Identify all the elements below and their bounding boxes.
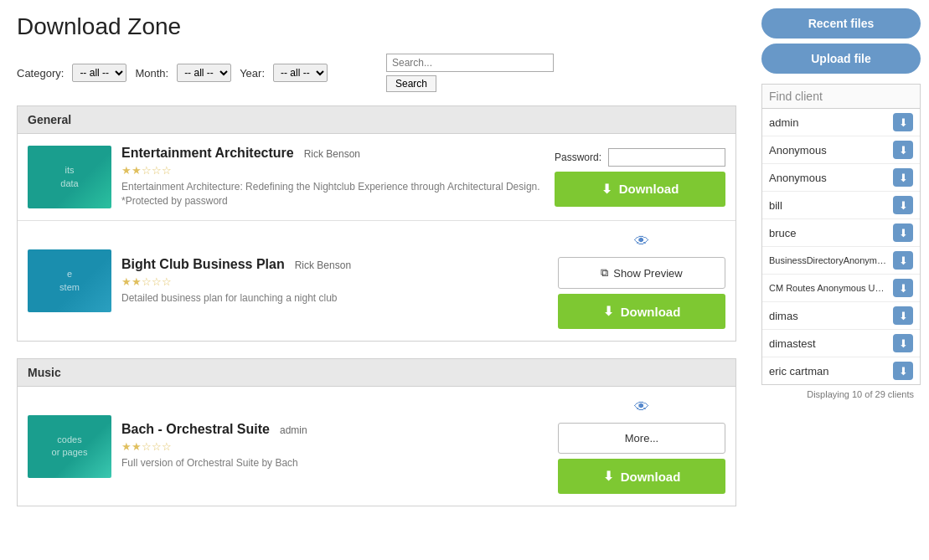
client-list: admin ⬇ Anonymous ⬇ Anonymous ⬇ bill ⬇ b…: [761, 109, 921, 385]
client-item: bruce ⬇: [762, 219, 920, 247]
client-name: Anonymous: [769, 172, 827, 184]
sidebar: Recent files Upload file Find client adm…: [753, 0, 929, 560]
file-author: Rick Benson: [295, 259, 351, 271]
file-title: Bach - Orchestral Suite: [121, 422, 270, 437]
file-actions: Password: ⬇ Download: [555, 148, 725, 207]
client-item: bill ⬇: [762, 192, 920, 219]
file-item: estem Bight Club Business Plan Rick Bens…: [18, 221, 735, 341]
download-button[interactable]: ⬇ Download: [558, 294, 725, 329]
password-row: Password:: [555, 148, 725, 167]
page-title: Download Zone: [17, 13, 736, 40]
client-name: Anonymous: [769, 144, 827, 157]
file-description: Full version of Orchestral Suite by Bach: [121, 456, 548, 470]
file-thumbnail: estem: [28, 249, 111, 312]
client-download-button[interactable]: ⬇: [893, 223, 913, 242]
client-item: admin ⬇: [762, 109, 920, 136]
upload-file-button[interactable]: Upload file: [761, 44, 921, 74]
client-item: Anonymous ⬇: [762, 136, 920, 164]
client-name: dimastest: [769, 337, 816, 350]
month-label: Month:: [135, 67, 168, 80]
filter-bar: Category: -- all -- Month: -- all -- Yea…: [17, 54, 736, 92]
eye-icon: 👁: [558, 398, 725, 416]
clients-count: Displaying 10 of 29 clients: [761, 385, 921, 403]
file-info: Bight Club Business Plan Rick Benson ★★☆…: [121, 257, 548, 306]
client-download-button[interactable]: ⬇: [893, 251, 913, 270]
client-download-button[interactable]: ⬇: [893, 196, 913, 214]
download-button[interactable]: ⬇ Download: [555, 172, 725, 207]
file-description: Entertainment Architecture: Redefining t…: [121, 180, 544, 208]
file-info: Entertainment Architecture Rick Benson ★…: [121, 146, 544, 208]
client-download-button[interactable]: ⬇: [893, 306, 913, 325]
client-name: dimas: [769, 310, 798, 322]
file-info: Bach - Orchestral Suite admin ★★☆☆☆ Full…: [121, 422, 548, 470]
client-download-button[interactable]: ⬇: [893, 141, 913, 159]
client-name: CM Routes Anonymous User: [769, 283, 886, 293]
file-stars: ★★☆☆☆: [121, 275, 548, 288]
file-item: codesor pages Bach - Orchestral Suite ad…: [18, 387, 735, 506]
download-button[interactable]: ⬇ Download: [558, 459, 725, 494]
search-button[interactable]: Search: [386, 75, 436, 92]
category-select[interactable]: -- all --: [72, 64, 126, 82]
client-download-button[interactable]: ⬇: [893, 362, 913, 380]
more-button[interactable]: More...: [558, 423, 725, 454]
client-name: admin: [769, 116, 798, 129]
client-name: bruce: [769, 227, 797, 239]
section-music: Music codesor pages Bach - Orchestral Su…: [17, 358, 736, 506]
file-list-general: itsdata Entertainment Architecture Rick …: [17, 134, 736, 342]
file-title: Bight Club Business Plan: [121, 257, 285, 272]
year-label: Year:: [240, 67, 265, 80]
category-label: Category:: [17, 67, 64, 80]
client-download-button[interactable]: ⬇: [893, 279, 913, 297]
month-select[interactable]: -- all --: [177, 64, 231, 82]
file-stars: ★★☆☆☆: [121, 164, 544, 177]
file-stars: ★★☆☆☆: [121, 440, 548, 453]
section-header-general: General: [17, 105, 736, 134]
search-input[interactable]: [386, 54, 554, 72]
client-name: bill: [769, 199, 782, 212]
password-label: Password:: [555, 152, 601, 163]
client-name: BusinessDirectoryAnonymou...: [769, 255, 886, 265]
client-download-button[interactable]: ⬇: [893, 113, 913, 131]
client-item: dimas ⬇: [762, 302, 920, 330]
client-item: eric cartman ⬇: [762, 357, 920, 384]
client-item: Anonymous ⬇: [762, 164, 920, 192]
client-name: eric cartman: [769, 365, 829, 378]
password-input[interactable]: [608, 148, 725, 167]
eye-icon: 👁: [558, 233, 725, 250]
file-list-music: codesor pages Bach - Orchestral Suite ad…: [17, 387, 736, 506]
file-thumbnail: itsdata: [28, 146, 111, 208]
file-actions: 👁 More... ⬇ Download: [558, 398, 725, 494]
recent-files-button[interactable]: Recent files: [761, 8, 921, 39]
preview-icon: ⧉: [601, 266, 608, 280]
file-actions: 👁 ⧉ Show Preview ⬇ Download: [558, 233, 725, 329]
download-arrow-icon: ⬇: [603, 469, 614, 484]
client-item: dimastest ⬇: [762, 330, 920, 357]
client-item: CM Routes Anonymous User ⬇: [762, 275, 920, 302]
file-thumbnail: codesor pages: [28, 415, 111, 478]
section-general: General itsdata Entertainment Architectu…: [17, 105, 736, 342]
file-item: itsdata Entertainment Architecture Rick …: [18, 134, 735, 221]
file-description: Detailed business plan for launching a n…: [121, 291, 548, 306]
find-client-label: Find client: [761, 84, 921, 109]
file-author: Rick Benson: [304, 148, 360, 160]
file-author: admin: [280, 424, 307, 436]
client-download-button[interactable]: ⬇: [893, 334, 913, 352]
year-select[interactable]: -- all --: [273, 64, 328, 82]
section-header-music: Music: [17, 358, 736, 387]
file-title: Entertainment Architecture: [121, 146, 294, 161]
search-area: Search: [386, 54, 554, 92]
client-download-button[interactable]: ⬇: [893, 168, 913, 187]
client-item: BusinessDirectoryAnonymou... ⬇: [762, 247, 920, 275]
show-preview-button[interactable]: ⧉ Show Preview: [558, 257, 725, 289]
download-arrow-icon: ⬇: [601, 182, 612, 197]
download-arrow-icon: ⬇: [603, 304, 614, 319]
